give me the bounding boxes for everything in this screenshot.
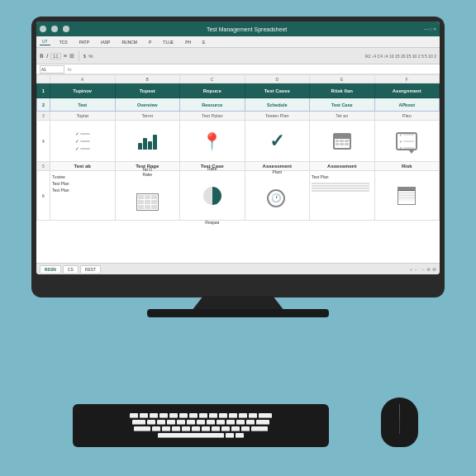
key[interactable]: [140, 413, 148, 418]
cell-grid[interactable]: Tet ORake: [115, 171, 180, 221]
key[interactable]: [236, 420, 245, 425]
key[interactable]: [246, 420, 255, 425]
key[interactable]: [209, 413, 217, 418]
key-caps[interactable]: [134, 426, 150, 431]
key[interactable]: [189, 413, 198, 418]
key-space[interactable]: [158, 433, 224, 438]
col-c: C: [180, 75, 245, 83]
bottom-content-row: 6 Tuview Test Plan Test Plan Tet ORake: [37, 171, 440, 221]
cell-sheet[interactable]: [374, 171, 440, 221]
cell-text-list[interactable]: Tuview Test Plan Test Plan: [50, 171, 116, 221]
header-cell-4[interactable]: Test Cases: [245, 83, 310, 98]
sub-header-4[interactable]: Schedule: [245, 98, 310, 112]
key[interactable]: [199, 413, 207, 418]
key[interactable]: [217, 420, 225, 425]
key[interactable]: [212, 426, 220, 431]
sub-header-1[interactable]: Test: [50, 98, 116, 112]
key[interactable]: [150, 413, 158, 418]
ribbon-tab-tlue[interactable]: TLUE: [160, 39, 176, 45]
key[interactable]: [231, 426, 240, 431]
sheet-tab-rest[interactable]: REST: [80, 265, 101, 273]
header-cell-3[interactable]: Ropuce: [180, 83, 245, 98]
key[interactable]: [177, 420, 185, 425]
header-cell-1[interactable]: Tupinov: [50, 83, 116, 98]
key-arrow-left[interactable]: [226, 433, 234, 438]
key[interactable]: [239, 413, 247, 418]
sheet-tab-rssn[interactable]: RSSN: [40, 265, 61, 273]
key[interactable]: [187, 420, 195, 425]
key-backspace[interactable]: [259, 413, 272, 418]
align-icon: ≡: [64, 53, 67, 59]
minimize-btn[interactable]: [40, 26, 46, 32]
key[interactable]: [221, 426, 230, 431]
key[interactable]: [169, 413, 178, 418]
sub-header-2[interactable]: Overview: [115, 98, 180, 112]
ribbon-tab-ph[interactable]: PH: [183, 39, 193, 45]
percent-icon: %: [88, 54, 93, 59]
header-cell-2[interactable]: Topest: [115, 83, 180, 98]
sub-header-3[interactable]: Resource: [180, 98, 245, 112]
detail-3[interactable]: Test Pplan: [180, 112, 245, 121]
key[interactable]: [226, 420, 235, 425]
sub-header-5[interactable]: Test Case: [310, 98, 375, 112]
title-bar: Test Management Spreadsheet — □ ✕: [36, 21, 440, 36]
key[interactable]: [159, 413, 168, 418]
key[interactable]: [162, 426, 170, 431]
key-row-2: [132, 420, 269, 425]
key[interactable]: [249, 413, 257, 418]
key[interactable]: [229, 413, 237, 418]
cell-clock[interactable]: Plant 🕐: [245, 171, 310, 221]
key[interactable]: [157, 420, 165, 425]
close-btn[interactable]: [63, 26, 69, 32]
formula-icon: fx: [68, 67, 72, 72]
key[interactable]: [202, 426, 210, 431]
key-arrow-right[interactable]: [236, 433, 244, 438]
key[interactable]: [147, 420, 155, 425]
key[interactable]: [207, 420, 215, 425]
ribbon-tab-p[interactable]: P: [146, 39, 154, 45]
key[interactable]: [172, 426, 180, 431]
sub-header-6[interactable]: APboot: [374, 98, 440, 112]
key[interactable]: [197, 420, 205, 425]
key[interactable]: [130, 413, 138, 418]
row-num-6: 6: [37, 171, 50, 221]
label-1[interactable]: Test ab: [50, 162, 116, 171]
detail-6[interactable]: Plan: [374, 112, 440, 121]
ribbon-tab-e[interactable]: E: [200, 39, 207, 45]
sheet-tab-cs[interactable]: CS: [63, 265, 79, 273]
label-5[interactable]: Assessment: [310, 162, 375, 171]
key[interactable]: [241, 426, 250, 431]
ribbon: UT TCS PATP IASP RUNCM P TLUE PH E: [36, 36, 440, 48]
header-cell-6[interactable]: Asergnment: [374, 83, 440, 98]
mouse: [381, 397, 418, 447]
key[interactable]: [219, 413, 227, 418]
detail-5[interactable]: Tet an: [310, 112, 375, 121]
cell-pie[interactable]: Rake Resjaat: [180, 171, 245, 221]
ribbon-tab-patp[interactable]: PATP: [77, 39, 92, 45]
grid-icon: [136, 193, 159, 211]
ribbon-tab-runcm[interactable]: RUNCM: [119, 39, 140, 45]
detail-4[interactable]: Testen Plan: [245, 112, 310, 121]
maximize-btn[interactable]: [51, 26, 58, 32]
key[interactable]: [192, 426, 200, 431]
spreadsheet: A B C D E F 1 Tupinov Topest Ropuce Test…: [36, 74, 440, 263]
ribbon-tab-tcs[interactable]: TCS: [57, 39, 70, 45]
sub-detail-row: 3 Toplat Tennt Test Pplan Testen Plan Te…: [37, 112, 440, 121]
key[interactable]: [152, 426, 160, 431]
key[interactable]: [182, 426, 190, 431]
font-size[interactable]: 11: [50, 53, 61, 60]
detail-2[interactable]: Tennt: [115, 112, 180, 121]
detail-1[interactable]: Toplat: [50, 112, 116, 121]
key-tab[interactable]: [132, 420, 145, 425]
label-6[interactable]: Risk: [374, 162, 440, 171]
header-cell-5[interactable]: Riisk Ilan: [310, 83, 375, 98]
ribbon-tab-iasp[interactable]: IASP: [98, 39, 112, 45]
cell-reference[interactable]: A1: [40, 65, 64, 74]
ribbon-tab-ut[interactable]: UT: [40, 38, 50, 45]
key-shift[interactable]: [251, 426, 268, 431]
key-enter[interactable]: [256, 420, 269, 425]
checkmark-icon: ✓: [269, 131, 284, 152]
key[interactable]: [167, 420, 175, 425]
cell-test-plan[interactable]: Test Plan: [310, 171, 375, 221]
key[interactable]: [179, 413, 188, 418]
